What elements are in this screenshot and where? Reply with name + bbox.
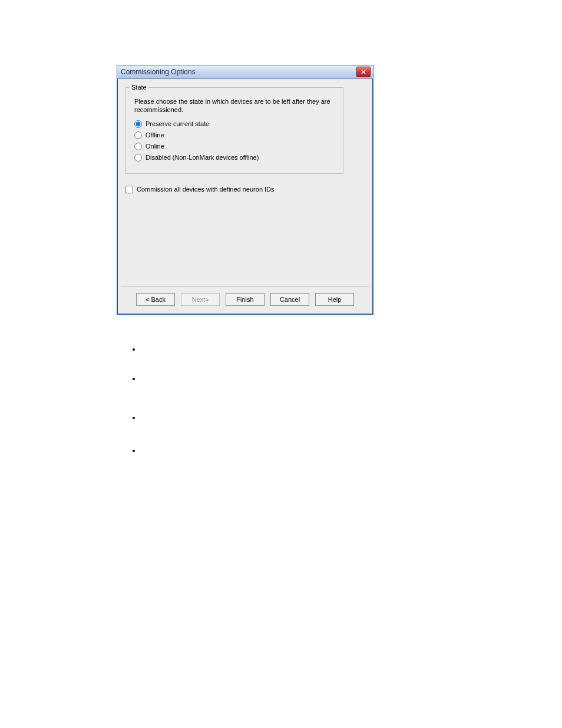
- state-instruction: Please choose the state in which devices…: [134, 97, 335, 114]
- state-groupbox: State Please choose the state in which d…: [125, 87, 343, 174]
- title-bar: Commissioning Options: [117, 65, 373, 79]
- groupbox-legend: State: [130, 84, 148, 91]
- radio-preserve[interactable]: [134, 120, 142, 128]
- radio-preserve-label: Preserve current state: [146, 120, 209, 127]
- commissioning-options-dialog: Commissioning Options State Please choos…: [117, 65, 373, 315]
- radio-disabled[interactable]: [134, 154, 142, 162]
- back-button[interactable]: < Back: [136, 293, 175, 306]
- radio-online[interactable]: [134, 143, 142, 150]
- radio-disabled-row[interactable]: Disabled (Non-LonMark devices offline): [134, 154, 335, 162]
- close-icon: [361, 70, 366, 74]
- commission-all-label: Commission all devices with defined neur…: [137, 186, 275, 193]
- finish-button[interactable]: Finish: [226, 293, 265, 306]
- bullet-list: [118, 344, 141, 475]
- commission-all-checkbox[interactable]: [125, 186, 133, 193]
- cancel-button[interactable]: Cancel: [270, 293, 309, 306]
- radio-online-row[interactable]: Online: [134, 143, 335, 150]
- radio-offline-row[interactable]: Offline: [134, 131, 335, 139]
- radio-preserve-row[interactable]: Preserve current state: [134, 120, 335, 128]
- dialog-title: Commissioning Options: [121, 68, 196, 76]
- radio-offline-label: Offline: [146, 131, 164, 139]
- button-row: < Back Next> Finish Cancel Help: [117, 287, 373, 314]
- radio-online-label: Online: [146, 143, 164, 150]
- radio-offline[interactable]: [134, 131, 142, 139]
- next-button: Next>: [181, 293, 220, 306]
- help-button[interactable]: Help: [315, 293, 354, 306]
- commission-all-row[interactable]: Commission all devices with defined neur…: [125, 186, 365, 193]
- radio-disabled-label: Disabled (Non-LonMark devices offline): [146, 154, 259, 161]
- close-button[interactable]: [356, 67, 371, 77]
